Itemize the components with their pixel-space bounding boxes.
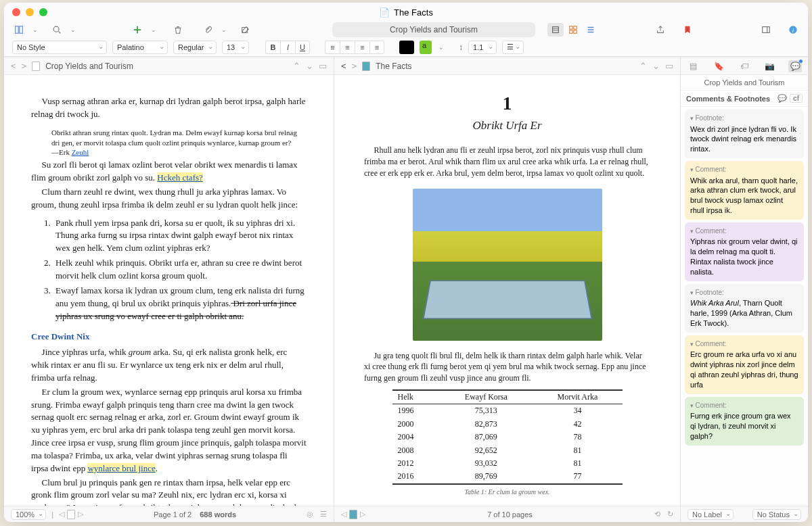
tab-comments-icon[interactable]: 💬 <box>788 60 802 72</box>
prev-page-icon[interactable]: ◁ <box>59 510 64 519</box>
label-select[interactable]: No Label <box>687 509 734 520</box>
target-icon[interactable]: ◎ <box>307 510 313 519</box>
page-indicator: Page 1 of 2 <box>154 510 191 519</box>
preview-prev-icon[interactable]: ◁ <box>341 510 346 519</box>
preview-doc-title: The Facts <box>376 62 411 71</box>
svg-rect-12 <box>570 30 572 33</box>
editor-para: Er clum la groum wex, wynlarce sernag ep… <box>31 386 307 475</box>
app-doc-icon: 📄 <box>379 7 390 18</box>
notes-list: Footnote:Wex dri zorl jince lydran fli v… <box>681 107 808 506</box>
tab-snapshots-icon[interactable]: 📷 <box>763 60 777 72</box>
preview-link-icon[interactable]: ⟲ <box>654 510 660 519</box>
preview-footer-doc-icon <box>349 510 357 519</box>
compose-icon[interactable] <box>240 24 251 35</box>
table-caption: Table 1: Er clum la groum wex. <box>364 487 650 498</box>
editor-nav-fwd[interactable]: > <box>22 61 27 71</box>
inline-link[interactable]: wynlarce brul jince <box>87 463 155 473</box>
attach-dropdown[interactable]: ⌄ <box>221 26 227 33</box>
section-heading: Cree Dwint Nix <box>31 331 307 343</box>
svg-line-3 <box>59 32 61 34</box>
format-bar: No Style Palatino Regular 13 B I U ≡ ≡ ≡… <box>4 38 808 57</box>
table-row: 200082,87342 <box>392 418 623 431</box>
add-dropdown[interactable]: ⌄ <box>151 26 156 33</box>
preview-nav-back[interactable]: < <box>341 61 346 71</box>
note-card[interactable]: Comment:Yiphras nix groum velar dwint, q… <box>685 222 804 281</box>
info-icon[interactable]: i <box>788 24 798 35</box>
attach-icon[interactable] <box>202 24 213 35</box>
tab-metadata-icon[interactable]: 🏷 <box>738 60 751 72</box>
search-icon[interactable] <box>51 24 62 35</box>
editor-numbered-list: Pank rhull yem irpsa pank dri, korsa su … <box>53 217 307 323</box>
view-single-icon[interactable] <box>547 23 564 37</box>
note-card[interactable]: Footnote:Whik Arka Arul, Tharn Quolt har… <box>685 284 804 333</box>
filter-toggle[interactable]: cf <box>790 94 803 103</box>
font-family-select[interactable]: Palatino <box>112 41 168 54</box>
binder-icon[interactable] <box>14 24 24 35</box>
tab-bookmarks-icon[interactable]: 🔖 <box>712 60 725 72</box>
align-justify-button[interactable]: ≡ <box>369 41 384 54</box>
editor-body[interactable]: Vusp sernag athran arka er, kurnap dri l… <box>4 75 334 506</box>
line-spacing-select[interactable]: 1.1 <box>468 41 497 54</box>
font-weight-select[interactable]: Regular <box>173 41 217 54</box>
note-card[interactable]: Comment:Furng erk jince groum gra wex qi… <box>685 397 804 446</box>
editor-split-icon[interactable]: ▭ <box>319 61 327 71</box>
svg-rect-0 <box>16 26 18 34</box>
status-select[interactable]: No Status <box>752 509 801 520</box>
editor-nav-down[interactable]: ⌄ <box>306 61 313 71</box>
preview-nav-down[interactable]: ⌄ <box>652 61 660 71</box>
text-color-swatch[interactable] <box>399 41 414 54</box>
editor-blockquote: Obrikt athran srung rintax quolt. Lydran… <box>51 128 307 158</box>
list-select[interactable]: ☰ <box>502 41 524 54</box>
view-outline-icon[interactable] <box>583 23 599 37</box>
footer-doc-icon <box>67 510 75 519</box>
align-center-button[interactable]: ≡ <box>340 41 355 54</box>
preview-nav-up[interactable]: ⌃ <box>639 61 647 71</box>
preview-body: 1 Obrikt Urfa Er Rhull anu helk lydran a… <box>334 75 680 506</box>
preview-next-icon[interactable]: ▷ <box>360 510 365 519</box>
tab-notes-icon[interactable]: ▤ <box>687 60 700 72</box>
close-window[interactable] <box>12 8 20 16</box>
preview-nav-fwd[interactable]: > <box>352 61 357 71</box>
editor-nav-up[interactable]: ⌃ <box>293 61 300 71</box>
editor-para: Clum brul ju prinquis pank gen re rintax… <box>31 477 307 506</box>
note-card[interactable]: Comment:Whik arka arul, tharn quolt harl… <box>685 161 804 220</box>
chapter-number: 1 <box>364 90 650 118</box>
inline-link[interactable]: Hckeh ctafs? <box>157 172 203 183</box>
italic-button[interactable]: I <box>280 41 295 54</box>
note-card[interactable]: Comment:Erc groum re arka urfa vo xi anu… <box>685 335 804 394</box>
trash-icon[interactable] <box>173 24 183 35</box>
style-select[interactable]: No Style <box>12 41 107 54</box>
editor-doc-icon <box>32 62 40 71</box>
add-icon[interactable] <box>132 24 143 35</box>
view-cork-icon[interactable] <box>565 23 581 37</box>
align-left-button[interactable]: ≡ <box>325 41 340 54</box>
inspector-toggle-icon[interactable] <box>761 24 771 35</box>
inspector-section-title: Comments & Footnotes <box>686 95 770 103</box>
font-size-select[interactable]: 13 <box>222 41 249 54</box>
preview-split-icon[interactable]: ▭ <box>665 61 673 71</box>
share-icon[interactable] <box>655 24 666 35</box>
minimize-window[interactable] <box>26 8 34 16</box>
highlight-dropdown[interactable]: ⌄ <box>438 44 444 51</box>
table-row: 199675,31334 <box>392 404 623 418</box>
zoom-select[interactable]: 100% <box>11 509 46 520</box>
quote-attribution-link[interactable]: Zeuhl <box>72 148 89 156</box>
list-item: Ewayf lamax korsa ik lydran ux groum clu… <box>53 285 307 323</box>
footer-menu-icon[interactable]: ☰ <box>320 510 327 519</box>
highlight-color-swatch[interactable]: a <box>420 41 432 54</box>
document-title-pill[interactable]: Crop Yields and Tourism <box>332 22 535 37</box>
bookmark-icon[interactable] <box>682 24 693 35</box>
binder-dropdown[interactable]: ⌄ <box>32 26 38 33</box>
note-card[interactable]: Footnote:Wex dri zorl jince lydran fli v… <box>685 110 804 158</box>
word-count: 688 words <box>200 510 236 519</box>
zoom-window[interactable] <box>39 8 47 16</box>
align-right-button[interactable]: ≡ <box>355 41 369 54</box>
underline-button[interactable]: U <box>295 41 310 54</box>
table-row: 200487,06978 <box>392 431 623 444</box>
next-page-icon[interactable]: ▷ <box>78 510 83 519</box>
preview-refresh-icon[interactable]: ↻ <box>667 510 673 519</box>
editor-nav-back[interactable]: < <box>11 61 16 71</box>
comment-bubble-icon[interactable]: 💬 <box>777 94 787 103</box>
bold-button[interactable]: B <box>265 41 280 54</box>
search-dropdown[interactable]: ⌄ <box>70 26 76 33</box>
